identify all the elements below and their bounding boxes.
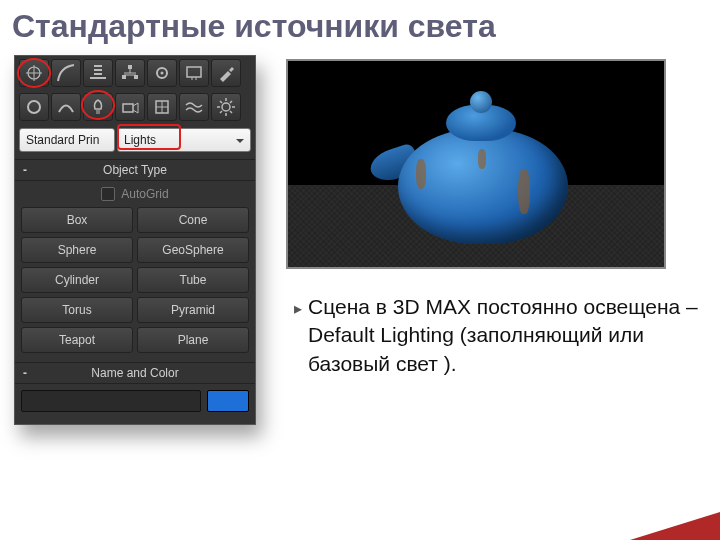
obj-cylinder[interactable]: Cylinder bbox=[21, 267, 133, 293]
dropdown-row: Standard Prin Lights bbox=[15, 124, 255, 156]
obj-torus[interactable]: Torus bbox=[21, 297, 133, 323]
obj-geosphere[interactable]: GeoSphere bbox=[137, 237, 249, 263]
svg-rect-7 bbox=[128, 65, 132, 69]
svg-rect-3 bbox=[94, 65, 102, 67]
bullet-icon: ▸ bbox=[294, 300, 302, 317]
svg-line-31 bbox=[230, 111, 232, 113]
slide-body-text: ▸Сцена в 3D MAX постоянно освещена – Def… bbox=[300, 293, 706, 378]
render-preview bbox=[286, 59, 666, 269]
autogrid-label: AutoGrid bbox=[121, 187, 168, 201]
svg-rect-21 bbox=[123, 104, 133, 112]
hierarchy-icon[interactable] bbox=[115, 59, 145, 87]
svg-line-30 bbox=[220, 101, 222, 103]
collapse-icon: - bbox=[23, 366, 27, 380]
svg-line-32 bbox=[230, 101, 232, 103]
svg-rect-9 bbox=[134, 75, 138, 79]
systems-tool-icon[interactable] bbox=[211, 93, 241, 121]
teapot-knob bbox=[470, 91, 492, 113]
path-tool-icon[interactable] bbox=[51, 93, 81, 121]
svg-rect-8 bbox=[122, 75, 126, 79]
body-text-content: Сцена в 3D MAX постоянно освещена – Defa… bbox=[308, 295, 698, 375]
collapse-icon: - bbox=[23, 163, 27, 177]
right-column: ▸Сцена в 3D MAX постоянно освещена – Def… bbox=[286, 55, 706, 425]
object-type-grid: Box Cone Sphere GeoSphere Cylinder Tube … bbox=[15, 205, 255, 359]
motion-icon[interactable] bbox=[147, 59, 177, 87]
toolbar-row-2 bbox=[15, 90, 255, 124]
obj-tube[interactable]: Tube bbox=[137, 267, 249, 293]
geometry-icon[interactable] bbox=[19, 59, 49, 87]
circle-tool-icon[interactable] bbox=[19, 93, 49, 121]
name-color-row bbox=[15, 384, 255, 418]
autogrid-checkbox[interactable] bbox=[101, 187, 115, 201]
slide-title: Стандартные источники света bbox=[0, 0, 720, 55]
svg-line-33 bbox=[220, 111, 222, 113]
obj-cone[interactable]: Cone bbox=[137, 207, 249, 233]
svg-rect-6 bbox=[90, 77, 106, 79]
subtype-dropdown-label: Lights bbox=[124, 133, 156, 147]
obj-box[interactable]: Box bbox=[21, 207, 133, 233]
display-icon[interactable] bbox=[179, 59, 209, 87]
light-tool-icon[interactable] bbox=[83, 93, 113, 121]
obj-plane[interactable]: Plane bbox=[137, 327, 249, 353]
svg-rect-15 bbox=[187, 67, 201, 77]
content-area: Standard Prin Lights - Object Type AutoG… bbox=[0, 55, 720, 425]
obj-teapot[interactable]: Teapot bbox=[21, 327, 133, 353]
color-swatch[interactable] bbox=[207, 390, 249, 412]
create-panel: Standard Prin Lights - Object Type AutoG… bbox=[14, 55, 256, 425]
object-name-input[interactable] bbox=[21, 390, 201, 412]
svg-point-25 bbox=[222, 103, 230, 111]
category-dropdown[interactable]: Standard Prin bbox=[19, 128, 115, 152]
lights-icon-top[interactable] bbox=[83, 59, 113, 87]
autogrid-row: AutoGrid bbox=[15, 181, 255, 205]
camera-tool-icon[interactable] bbox=[115, 93, 145, 121]
utilities-icon[interactable] bbox=[211, 59, 241, 87]
toolbar-row-1 bbox=[15, 56, 255, 90]
spacewarp-tool-icon[interactable] bbox=[179, 93, 209, 121]
svg-point-14 bbox=[161, 72, 164, 75]
helper-tool-icon[interactable] bbox=[147, 93, 177, 121]
slide-corner-accent bbox=[630, 512, 720, 540]
teapot-body bbox=[398, 129, 568, 244]
svg-rect-5 bbox=[94, 73, 102, 75]
svg-rect-4 bbox=[94, 69, 102, 71]
obj-sphere[interactable]: Sphere bbox=[21, 237, 133, 263]
rollout-object-type[interactable]: - Object Type bbox=[15, 159, 255, 181]
obj-pyramid[interactable]: Pyramid bbox=[137, 297, 249, 323]
subtype-dropdown[interactable]: Lights bbox=[117, 128, 251, 152]
rollout-name-color[interactable]: - Name and Color bbox=[15, 362, 255, 384]
shapes-icon[interactable] bbox=[51, 59, 81, 87]
svg-point-18 bbox=[28, 101, 40, 113]
rollout-name-color-label: Name and Color bbox=[91, 366, 178, 380]
rollout-object-type-label: Object Type bbox=[103, 163, 167, 177]
